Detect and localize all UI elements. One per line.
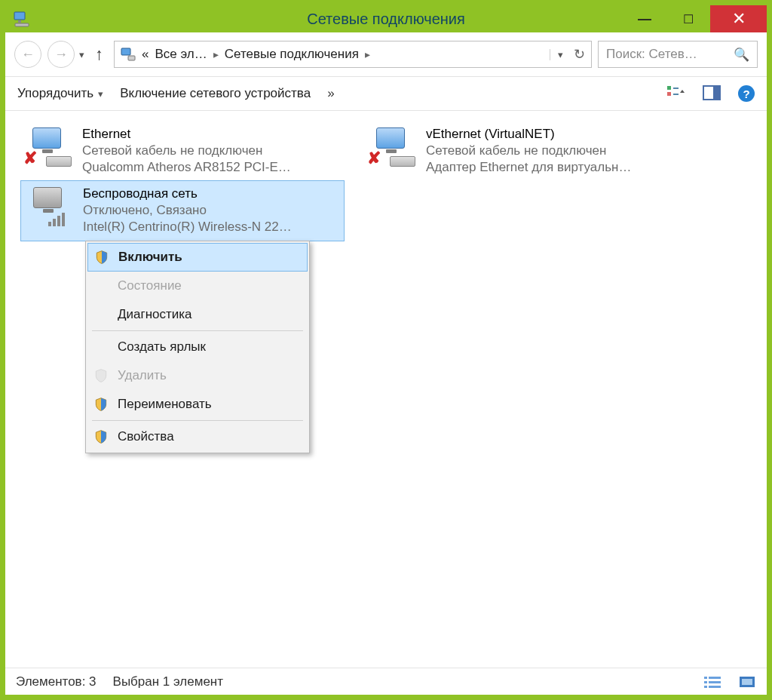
app-icon xyxy=(13,10,31,28)
breadcrumb-prefix: « xyxy=(142,47,149,62)
menu-delete: Удалить xyxy=(87,361,308,390)
view-options-icon[interactable] xyxy=(666,84,685,103)
menu-separator xyxy=(92,420,303,421)
chevron-right-icon[interactable] xyxy=(213,48,219,60)
menu-diagnose[interactable]: Диагностика xyxy=(87,300,308,329)
svg-rect-14 xyxy=(709,677,721,679)
svg-rect-1 xyxy=(18,20,21,23)
toolbar-overflow[interactable]: » xyxy=(327,86,334,101)
adapter-vethernet[interactable]: ✘ vEthernet (VirtualNET) Сетевой кабель … xyxy=(364,121,688,180)
search-input[interactable]: Поиск: Сетев… 🔍 xyxy=(598,41,758,68)
svg-rect-10 xyxy=(713,86,720,100)
icon-slot xyxy=(92,305,110,324)
ethernet-adapter-icon: ✘ xyxy=(367,126,418,168)
search-placeholder: Поиск: Сетев… xyxy=(606,47,734,62)
icon-slot xyxy=(92,277,110,295)
svg-rect-8 xyxy=(673,94,679,95)
command-bar: Упорядочить Включение сетевого устройств… xyxy=(5,76,767,111)
refresh-button[interactable]: ↻ xyxy=(574,46,585,63)
ethernet-adapter-icon: ✘ xyxy=(23,126,75,168)
status-bar: Элементов: 3 Выбран 1 элемент xyxy=(5,668,767,695)
location-icon xyxy=(121,47,136,62)
menu-label: Состояние xyxy=(118,278,182,293)
svg-rect-3 xyxy=(121,48,130,55)
large-icons-view-icon[interactable] xyxy=(738,675,756,689)
organize-label: Упорядочить xyxy=(17,86,93,101)
content-area: ✘ Ethernet Сетевой кабель не подключен Q… xyxy=(5,111,767,668)
svg-rect-0 xyxy=(14,12,25,20)
forward-button[interactable]: → xyxy=(47,41,75,68)
menu-label: Переименовать xyxy=(118,397,212,412)
adapter-name: vEthernet (VirtualNET) xyxy=(426,126,631,143)
view-controls: ? xyxy=(666,84,755,103)
menu-status: Состояние xyxy=(87,272,308,300)
shield-icon xyxy=(93,248,111,266)
adapter-device: Intel(R) Centrino(R) Wireless-N 22… xyxy=(83,219,292,235)
adapter-ethernet[interactable]: ✘ Ethernet Сетевой кабель не подключен Q… xyxy=(20,121,345,180)
menu-rename[interactable]: Переименовать xyxy=(87,390,308,419)
back-button[interactable]: ← xyxy=(14,41,41,68)
menu-label: Диагностика xyxy=(118,307,192,322)
svg-rect-18 xyxy=(742,679,752,685)
svg-rect-5 xyxy=(667,86,671,90)
help-icon[interactable]: ? xyxy=(738,85,755,102)
adapter-status: Сетевой кабель не подключен xyxy=(426,143,631,159)
svg-rect-2 xyxy=(15,23,29,26)
navigation-bar: ← → ↑ « Все эл… Сетевые подключения ↻ По… xyxy=(5,32,767,76)
details-view-icon[interactable] xyxy=(703,675,721,689)
icon-slot xyxy=(92,338,110,356)
menu-label: Свойства xyxy=(118,429,174,444)
svg-rect-13 xyxy=(704,686,707,688)
wireless-adapter-icon xyxy=(24,186,75,228)
titlebar[interactable]: Сетевые подключения xyxy=(5,5,767,32)
breadcrumb-item[interactable]: Все эл… xyxy=(155,47,207,62)
svg-rect-4 xyxy=(128,56,135,60)
shield-icon xyxy=(92,428,110,446)
menu-enable[interactable]: Включить xyxy=(87,243,308,272)
status-count: Элементов: 3 xyxy=(16,674,96,689)
organize-menu[interactable]: Упорядочить xyxy=(17,86,103,101)
context-menu: Включить Состояние Диагностика Создать я… xyxy=(85,241,310,453)
adapter-status: Сетевой кабель не подключен xyxy=(82,143,291,159)
up-button[interactable]: ↑ xyxy=(90,45,108,64)
address-bar[interactable]: « Все эл… Сетевые подключения ↻ xyxy=(114,41,592,68)
shield-icon xyxy=(92,395,110,413)
menu-shortcut[interactable]: Создать ярлык xyxy=(87,333,308,361)
search-icon: 🔍 xyxy=(734,47,749,63)
preview-pane-icon[interactable] xyxy=(702,84,721,103)
close-button[interactable] xyxy=(710,5,767,32)
menu-separator xyxy=(92,330,303,331)
history-dropdown[interactable] xyxy=(79,49,84,60)
window-controls xyxy=(623,5,767,32)
window-title: Сетевые подключения xyxy=(307,11,465,28)
svg-rect-6 xyxy=(667,92,671,96)
adapter-device: Qualcomm Atheros AR8152 PCI-E… xyxy=(82,159,291,176)
menu-label: Удалить xyxy=(118,368,167,383)
menu-label: Включить xyxy=(118,250,182,265)
status-selection: Выбран 1 элемент xyxy=(113,674,223,689)
chevron-right-icon[interactable] xyxy=(365,48,370,60)
svg-rect-11 xyxy=(704,677,707,679)
address-dropdown[interactable] xyxy=(550,49,563,60)
svg-rect-16 xyxy=(709,686,721,688)
svg-rect-12 xyxy=(704,681,707,683)
chevron-down-icon xyxy=(98,86,103,101)
minimize-button[interactable] xyxy=(623,5,666,32)
svg-rect-7 xyxy=(673,88,679,89)
svg-rect-15 xyxy=(709,681,721,683)
menu-properties[interactable]: Свойства xyxy=(87,422,308,451)
enable-device-button[interactable]: Включение сетевого устройства xyxy=(120,86,311,101)
adapter-name: Беспроводная сеть xyxy=(83,186,292,202)
maximize-button[interactable] xyxy=(666,5,710,32)
adapter-wireless[interactable]: Беспроводная сеть Отключено, Связано Int… xyxy=(20,180,345,241)
menu-label: Создать ярлык xyxy=(118,339,206,355)
breadcrumb-item[interactable]: Сетевые подключения xyxy=(225,47,359,62)
shield-icon xyxy=(92,367,110,385)
adapter-device: Адаптер Ethernet для виртуальн… xyxy=(426,159,631,176)
window-frame: Сетевые подключения ← → ↑ « Все эл… Сете… xyxy=(0,0,772,700)
adapter-name: Ethernet xyxy=(82,126,291,143)
adapter-status: Отключено, Связано xyxy=(83,202,292,219)
